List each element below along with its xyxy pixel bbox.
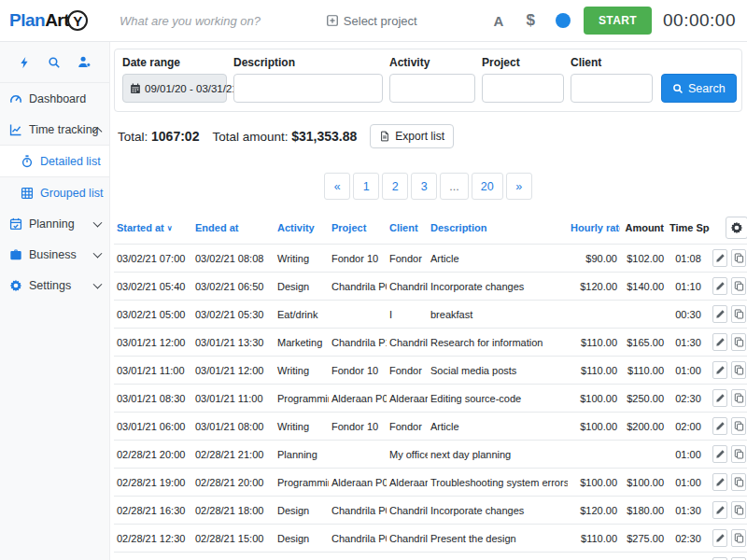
cell-time: 02:00 xyxy=(667,413,710,441)
edit-button[interactable] xyxy=(712,501,727,519)
total-amount-value: $31,353.88 xyxy=(291,129,357,144)
col-header-description[interactable]: Description xyxy=(428,212,568,245)
cell-description: Present the design xyxy=(428,525,568,553)
sidebar-item-label: Dashboard xyxy=(29,92,86,105)
edit-button[interactable] xyxy=(712,473,727,491)
duplicate-button[interactable] xyxy=(731,361,746,379)
cell-project xyxy=(329,301,387,329)
cell-description: Article xyxy=(428,413,568,441)
col-header-amount: Amount xyxy=(620,212,667,245)
client-label: Client xyxy=(571,56,653,69)
cell-actions xyxy=(710,553,747,560)
duplicate-button[interactable] xyxy=(731,529,746,547)
search-icon[interactable] xyxy=(48,56,61,69)
duplicate-button[interactable] xyxy=(731,305,746,323)
start-button[interactable]: START xyxy=(584,7,652,35)
bolt-icon[interactable] xyxy=(18,56,31,69)
select-project-button[interactable]: Select project xyxy=(326,14,417,28)
logo-clock-icon: Y xyxy=(67,10,88,31)
cell-actions xyxy=(710,413,747,441)
cell-rate: $100.00 xyxy=(568,385,620,413)
copy-icon xyxy=(734,421,744,431)
cell-time: 00:30 xyxy=(667,301,710,329)
cell-activity: Eat/drink xyxy=(275,301,329,329)
sidebar-item-label: Settings xyxy=(29,279,71,292)
edit-button[interactable] xyxy=(712,389,727,407)
sidebar-item-settings[interactable]: Settings xyxy=(0,270,109,301)
cell-activity: Programming xyxy=(275,385,329,413)
logo-plan-text: Plan xyxy=(9,10,45,31)
cell-time: 01:00 xyxy=(667,357,710,385)
edit-button[interactable] xyxy=(712,305,727,323)
activity-input[interactable] xyxy=(389,74,475,103)
sidebar-item-detailed-list[interactable]: Detailed list xyxy=(0,145,109,177)
sidebar-item-dashboard[interactable]: Dashboard xyxy=(0,83,109,114)
duplicate-button[interactable] xyxy=(731,417,746,435)
duplicate-button[interactable] xyxy=(731,389,746,407)
cell-description: Social media posts xyxy=(428,357,568,385)
col-header-client[interactable]: Client xyxy=(387,212,428,245)
cell-ended: 02/28/21 18:00 xyxy=(192,497,275,525)
task-input[interactable] xyxy=(110,14,326,28)
page-next[interactable]: » xyxy=(506,173,532,200)
chevron-down-icon xyxy=(93,248,103,258)
stopwatch-icon xyxy=(21,155,34,168)
table-row: 03/02/21 05:0003/02/21 05:30Eat/drinkIbr… xyxy=(114,301,747,329)
cell-activity: Programming xyxy=(275,469,329,497)
page-3[interactable]: 3 xyxy=(411,173,437,200)
user-add-icon[interactable] xyxy=(78,55,92,69)
edit-button[interactable] xyxy=(712,529,727,547)
sidebar-item-time-tracking[interactable]: Time tracking xyxy=(0,114,109,145)
cell-amount: $200.00 xyxy=(620,413,667,441)
duplicate-button[interactable] xyxy=(731,277,746,295)
duplicate-button[interactable] xyxy=(731,249,746,267)
search-button[interactable]: Search xyxy=(661,74,737,103)
page-prev[interactable]: « xyxy=(324,173,350,200)
status-dot-icon[interactable] xyxy=(556,13,571,28)
page-1[interactable]: 1 xyxy=(353,173,379,200)
col-header-project[interactable]: Project xyxy=(329,212,387,245)
client-input[interactable] xyxy=(571,74,653,103)
copy-icon xyxy=(734,533,744,543)
cell-amount: $165.00 xyxy=(620,329,667,357)
sidebar-item-planning[interactable]: Planning xyxy=(0,208,109,239)
table-row: 02/28/21 20:0002/28/21 21:00PlanningMy o… xyxy=(114,441,747,469)
search-button-label: Search xyxy=(688,82,726,95)
col-header-ended[interactable]: Ended at xyxy=(192,212,275,245)
duplicate-button[interactable] xyxy=(731,501,746,519)
edit-button[interactable] xyxy=(712,333,727,351)
summary-bar: Total: 1067:02 Total amount: $31,353.88 … xyxy=(118,124,742,148)
col-header-activity[interactable]: Activity xyxy=(275,212,329,245)
pencil-icon xyxy=(715,421,726,431)
project-input[interactable] xyxy=(482,74,564,103)
copy-icon xyxy=(734,393,744,403)
currency-icon[interactable]: $ xyxy=(526,11,534,30)
duplicate-button[interactable] xyxy=(731,473,746,491)
edit-button[interactable] xyxy=(712,361,727,379)
page-20[interactable]: 20 xyxy=(472,173,503,200)
cell-description: Troubleshooting system errors xyxy=(428,469,568,497)
edit-button[interactable] xyxy=(712,417,727,435)
cell-project: Chandrila P01 xyxy=(329,525,387,553)
duplicate-button[interactable] xyxy=(731,333,746,351)
col-header-rate[interactable]: Hourly rate xyxy=(568,212,620,245)
cell-actions xyxy=(710,301,747,329)
page-2[interactable]: 2 xyxy=(382,173,408,200)
edit-button[interactable] xyxy=(712,249,727,267)
description-filter: Description xyxy=(233,56,383,103)
letter-a-icon[interactable]: A xyxy=(494,13,504,29)
duplicate-button[interactable] xyxy=(731,445,746,463)
table-settings-button[interactable] xyxy=(726,217,747,239)
cell-time: 02:30 xyxy=(667,385,710,413)
edit-button[interactable] xyxy=(712,277,727,295)
sidebar-item-business[interactable]: Business xyxy=(0,239,109,270)
file-icon xyxy=(379,131,390,142)
description-input[interactable] xyxy=(233,74,383,103)
cell-activity: Design xyxy=(275,273,329,301)
col-header-started[interactable]: Started at∨ xyxy=(114,212,192,245)
sidebar-item-grouped-list[interactable]: Grouped list xyxy=(0,177,109,208)
cell-started: 03/01/21 08:30 xyxy=(114,385,192,413)
edit-button[interactable] xyxy=(712,445,727,463)
date-range-picker[interactable]: 09/01/20 - 03/31/21 xyxy=(122,74,227,103)
export-list-button[interactable]: Export list xyxy=(370,124,454,148)
